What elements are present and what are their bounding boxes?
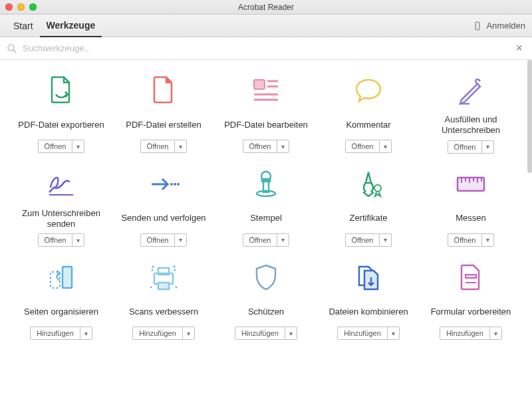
tool-label: PDF-Datei erstellen xyxy=(126,114,201,136)
tool-label: Schützen xyxy=(248,301,284,323)
tool-label: Senden und verfolgen xyxy=(121,208,205,229)
tool-card: Zum Unterschreiben sendenÖffnen▾ xyxy=(13,166,109,247)
tool-icon xyxy=(41,259,81,296)
tool-action-dropdown[interactable]: ▾ xyxy=(490,327,502,340)
tool-icon xyxy=(41,166,81,203)
svg-point-34 xyxy=(174,266,176,268)
search-icon xyxy=(7,43,17,54)
search-bar: × xyxy=(0,37,532,60)
tool-label: Messen xyxy=(456,208,486,229)
tool-action-button[interactable]: Öffnen xyxy=(345,140,380,153)
tool-action-button[interactable]: Öffnen xyxy=(448,140,483,154)
tool-action-button[interactable]: Öffnen xyxy=(243,233,278,247)
tool-card: Ausfüllen und UnterschreibenÖffnen▾ xyxy=(423,72,519,154)
tool-label: Dateien kombinieren xyxy=(329,301,408,323)
tools-content: PDF-Datei exportierenÖffnen▾PDF-Datei er… xyxy=(0,60,532,399)
tab-tools[interactable]: Werkzeuge xyxy=(40,15,102,37)
tool-action-button[interactable]: Hinzufügen xyxy=(30,327,80,340)
scrollbar-thumb[interactable] xyxy=(527,60,532,173)
tool-action-button[interactable]: Hinzufügen xyxy=(132,327,183,340)
tool-action-dropdown[interactable]: ▾ xyxy=(175,233,187,247)
tool-label: Kommentar xyxy=(346,114,390,136)
tool-label: PDF-Datei exportieren xyxy=(18,114,104,136)
tab-start[interactable]: Start xyxy=(7,15,40,37)
tool-action-dropdown[interactable]: ▾ xyxy=(72,233,84,247)
tool-card: Seiten organisierenHinzufügen▾ xyxy=(13,259,109,340)
search-input[interactable] xyxy=(23,43,507,53)
tool-card: KommentarÖffnen▾ xyxy=(321,72,416,154)
tool-icon xyxy=(144,72,184,109)
tool-icon xyxy=(246,259,286,296)
signin-button[interactable]: Anmelden xyxy=(473,21,525,31)
tool-action-button[interactable]: Öffnen xyxy=(38,233,73,247)
tool-action-dropdown[interactable]: ▾ xyxy=(175,140,187,153)
tool-label: Ausfüllen und Unterschreiben xyxy=(423,114,519,136)
svg-point-33 xyxy=(152,266,154,268)
tool-card: ZertifikateÖffnen▾ xyxy=(321,166,416,247)
tool-card: Dateien kombinierenHinzufügen▾ xyxy=(321,259,416,340)
tool-action-dropdown[interactable]: ▾ xyxy=(380,140,392,153)
svg-rect-4 xyxy=(254,80,265,89)
tool-label: Zertifikate xyxy=(349,208,387,229)
signin-label: Anmelden xyxy=(486,21,525,31)
window-title: Acrobat Reader xyxy=(0,3,532,12)
tool-icon xyxy=(348,166,388,203)
svg-point-14 xyxy=(174,183,176,186)
tool-action-dropdown[interactable]: ▾ xyxy=(277,140,289,153)
tool-action-button[interactable]: Öffnen xyxy=(38,140,73,153)
tool-action-dropdown[interactable]: ▾ xyxy=(277,233,289,247)
svg-rect-28 xyxy=(63,267,72,288)
tool-action-dropdown[interactable]: ▾ xyxy=(183,327,195,340)
svg-rect-36 xyxy=(466,275,476,278)
tool-icon xyxy=(451,166,491,203)
tool-label: Zum Unterschreiben senden xyxy=(13,208,109,230)
tool-action-button[interactable]: Hinzufügen xyxy=(235,327,285,340)
svg-line-3 xyxy=(13,50,16,53)
signin-icon xyxy=(473,21,482,31)
tool-action-button[interactable]: Öffnen xyxy=(345,233,380,247)
tool-icon xyxy=(41,72,81,109)
svg-rect-0 xyxy=(476,22,480,30)
tool-icon xyxy=(348,259,388,296)
tool-card: Formular vorbereitenHinzufügen▾ xyxy=(423,259,519,340)
svg-rect-32 xyxy=(158,283,169,289)
tool-label: PDF-Datei bearbeiten xyxy=(224,114,308,136)
clear-search-icon[interactable]: × xyxy=(513,41,525,55)
tool-icon xyxy=(451,72,491,109)
tool-card: SchützenHinzufügen▾ xyxy=(218,259,314,340)
tool-action-dropdown[interactable]: ▾ xyxy=(482,233,494,247)
tool-card: PDF-Datei bearbeitenÖffnen▾ xyxy=(218,72,314,154)
main-tabs: Start Werkzeuge Anmelden xyxy=(0,15,532,37)
tool-label: Stempel xyxy=(250,208,282,229)
tool-icon xyxy=(144,259,184,296)
svg-point-20 xyxy=(374,185,381,192)
tool-label: Scans verbessern xyxy=(129,301,198,323)
tool-action-button[interactable]: Öffnen xyxy=(448,233,483,247)
tool-icon xyxy=(144,166,184,203)
tool-action-dropdown[interactable]: ▾ xyxy=(285,327,297,340)
tool-label: Seiten organisieren xyxy=(24,301,98,323)
svg-point-15 xyxy=(177,183,180,186)
tool-action-dropdown[interactable]: ▾ xyxy=(72,140,84,153)
tool-icon xyxy=(451,259,491,296)
svg-point-13 xyxy=(170,183,173,186)
tool-card: Scans verbessernHinzufügen▾ xyxy=(116,259,211,340)
tool-action-dropdown[interactable]: ▾ xyxy=(482,140,494,154)
svg-line-10 xyxy=(49,187,55,192)
tool-card: MessenÖffnen▾ xyxy=(423,166,519,247)
tool-action-dropdown[interactable]: ▾ xyxy=(80,327,92,340)
tool-icon xyxy=(348,72,388,109)
tool-action-button[interactable]: Hinzufügen xyxy=(440,327,490,340)
titlebar: Acrobat Reader xyxy=(0,0,532,15)
tool-action-dropdown[interactable]: ▾ xyxy=(380,233,392,247)
tool-card: PDF-Datei exportierenÖffnen▾ xyxy=(13,72,109,154)
tool-card: Senden und verfolgenÖffnen▾ xyxy=(116,166,211,247)
tool-action-button[interactable]: Öffnen xyxy=(140,233,176,247)
tool-icon xyxy=(246,72,286,109)
tool-card: StempelÖffnen▾ xyxy=(218,166,314,247)
tool-card: PDF-Datei erstellenÖffnen▾ xyxy=(116,72,211,154)
tool-action-button[interactable]: Öffnen xyxy=(243,140,278,153)
tool-action-button[interactable]: Hinzufügen xyxy=(337,327,388,340)
tool-action-button[interactable]: Öffnen xyxy=(140,140,176,153)
tool-action-dropdown[interactable]: ▾ xyxy=(388,327,400,340)
